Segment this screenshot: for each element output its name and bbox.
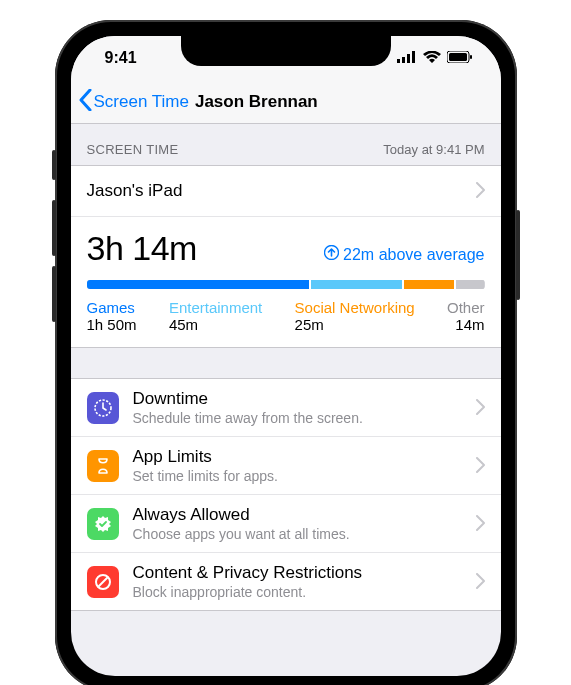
hourglass-icon	[87, 450, 119, 482]
option-always-allowed[interactable]: Always Allowed Choose apps you want at a…	[71, 495, 501, 553]
arrow-up-icon	[324, 245, 339, 264]
svg-rect-0	[397, 59, 400, 63]
category-label: Games	[87, 299, 137, 316]
category-games: Games 1h 50m	[87, 299, 137, 333]
svg-rect-1	[402, 57, 405, 63]
category-value: 14m	[447, 316, 485, 333]
category-value: 45m	[169, 316, 262, 333]
section-header-label: SCREEN TIME	[87, 142, 179, 157]
usage-summary: 3h 14m 22m above average	[71, 217, 501, 347]
usage-bar-chart	[87, 280, 485, 289]
section-timestamp: Today at 9:41 PM	[383, 142, 484, 157]
chevron-right-icon	[476, 511, 485, 537]
svg-rect-3	[412, 51, 415, 63]
battery-icon	[447, 49, 473, 67]
downtime-icon	[87, 392, 119, 424]
svg-line-10	[98, 577, 108, 587]
page-title: Jason Brennan	[195, 92, 318, 112]
device-name: Jason's iPad	[87, 181, 183, 201]
nav-bar: Screen Time Jason Brennan	[71, 80, 501, 124]
category-label: Entertainment	[169, 299, 262, 316]
bar-segment-entertainment	[311, 280, 402, 289]
category-value: 1h 50m	[87, 316, 137, 333]
option-subtitle: Schedule time away from the screen.	[133, 410, 462, 426]
phone-frame: 9:41 Screen Time Jason Brennan	[55, 20, 517, 685]
options-list: Downtime Schedule time away from the scr…	[71, 378, 501, 611]
category-label: Other	[447, 299, 485, 316]
bar-segment-other	[456, 280, 484, 289]
category-value: 25m	[295, 316, 415, 333]
option-app-limits[interactable]: App Limits Set time limits for apps.	[71, 437, 501, 495]
usage-delta-text: 22m above average	[343, 246, 484, 264]
status-time: 9:41	[105, 49, 137, 67]
svg-rect-2	[407, 54, 410, 63]
checkmark-seal-icon	[87, 508, 119, 540]
total-time: 3h 14m	[87, 229, 197, 268]
chevron-left-icon	[79, 89, 92, 115]
cellular-icon	[397, 49, 417, 67]
wifi-icon	[423, 49, 441, 67]
option-subtitle: Block inappropriate content.	[133, 584, 462, 600]
bar-segment-social	[404, 280, 455, 289]
section-header: SCREEN TIME Today at 9:41 PM	[71, 124, 501, 165]
category-label: Social Networking	[295, 299, 415, 316]
screen: 9:41 Screen Time Jason Brennan	[71, 36, 501, 676]
option-subtitle: Set time limits for apps.	[133, 468, 462, 484]
svg-rect-5	[449, 53, 467, 61]
option-content-privacy[interactable]: Content & Privacy Restrictions Block ina…	[71, 553, 501, 610]
silent-switch	[52, 150, 56, 180]
option-subtitle: Choose apps you want at all times.	[133, 526, 462, 542]
spacer	[71, 348, 501, 378]
category-entertainment: Entertainment 45m	[169, 299, 262, 333]
no-symbol-icon	[87, 566, 119, 598]
back-label: Screen Time	[94, 92, 189, 112]
chevron-right-icon	[476, 569, 485, 595]
device-row[interactable]: Jason's iPad	[71, 166, 501, 217]
category-social: Social Networking 25m	[295, 299, 415, 333]
option-title: Downtime	[133, 389, 462, 409]
chevron-right-icon	[476, 178, 485, 204]
option-title: App Limits	[133, 447, 462, 467]
category-other: Other 14m	[447, 299, 485, 333]
chevron-right-icon	[476, 395, 485, 421]
usage-delta: 22m above average	[324, 245, 484, 264]
option-title: Content & Privacy Restrictions	[133, 563, 462, 583]
option-downtime[interactable]: Downtime Schedule time away from the scr…	[71, 379, 501, 437]
category-legend: Games 1h 50m Entertainment 45m Social Ne…	[87, 299, 485, 333]
bar-segment-games	[87, 280, 309, 289]
notch	[181, 36, 391, 66]
volume-up-button	[52, 200, 56, 256]
option-title: Always Allowed	[133, 505, 462, 525]
volume-down-button	[52, 266, 56, 322]
power-button	[516, 210, 520, 300]
chevron-right-icon	[476, 453, 485, 479]
usage-card: Jason's iPad 3h 14m 22m above average	[71, 165, 501, 348]
back-button[interactable]: Screen Time	[79, 89, 189, 115]
svg-rect-6	[470, 55, 472, 59]
